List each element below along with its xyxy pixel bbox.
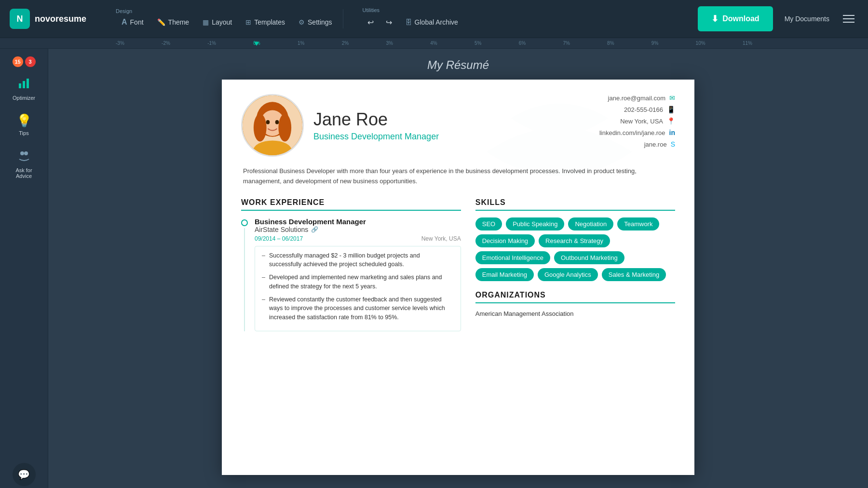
ruler: -3% -2% -1% 0% 1% 2% 3% 4% 5% 6% 7% 8% 9… bbox=[0, 38, 868, 49]
utilities-items: ↩ ↪ 🗄 Global Archive bbox=[363, 14, 464, 30]
settings-nav-item[interactable]: ⚙ Settings bbox=[293, 15, 338, 29]
skill-teamwork: Teamwork bbox=[617, 217, 659, 230]
advice-icon bbox=[17, 149, 31, 165]
font-icon: A bbox=[122, 18, 127, 27]
layout-label: Layout bbox=[212, 18, 232, 26]
settings-label: Settings bbox=[308, 18, 332, 26]
bullet-1: – Successfully managed $2 - 3 million bu… bbox=[262, 251, 454, 270]
bullet-text-1: Successfully managed $2 - 3 million budg… bbox=[269, 251, 454, 270]
ruler-mark-6: 6% bbox=[519, 41, 526, 46]
logo-icon: N bbox=[10, 9, 30, 29]
tips-icon: 💡 bbox=[16, 113, 32, 128]
svg-point-4 bbox=[24, 151, 28, 155]
sidebar-advice[interactable]: Ask for Advice bbox=[5, 145, 43, 183]
linkedin-row: linkedin.com/in/jane.roe in bbox=[599, 129, 675, 136]
skill-outbound-marketing: Outbound Marketing bbox=[554, 251, 624, 264]
top-nav: N novoresume Design A Font ✏️ Theme ▦ La… bbox=[0, 0, 868, 38]
ext-link-icon[interactable]: 🔗 bbox=[311, 226, 318, 233]
ruler-mark-0: 0% bbox=[253, 41, 260, 46]
redo-button[interactable]: ↪ bbox=[381, 14, 397, 30]
skype-row: jane.roe S bbox=[644, 140, 675, 148]
hamburger-line-1 bbox=[843, 15, 854, 16]
work-date: 09/2014 – 06/2017 bbox=[255, 235, 303, 242]
skill-negotiation: Negotiation bbox=[568, 217, 613, 230]
svg-rect-2 bbox=[27, 79, 29, 88]
resume-page-title: My Résumé bbox=[427, 58, 489, 72]
font-nav-item[interactable]: A Font bbox=[116, 15, 149, 29]
design-group: Design A Font ✏️ Theme ▦ Layout ⊞ Templa… bbox=[116, 8, 338, 29]
theme-icon: ✏️ bbox=[157, 18, 165, 26]
ruler-pointer bbox=[254, 42, 259, 46]
skype-text: jane.roe bbox=[644, 141, 667, 148]
resume-contact: jane.roe@gmail.com ✉ 202-555-0166 📱 New … bbox=[599, 94, 675, 148]
sidebar-optimizer[interactable]: Optimizer bbox=[5, 73, 43, 105]
my-documents-link[interactable]: My Documents bbox=[785, 15, 829, 23]
ruler-mark-neg2: -2% bbox=[162, 41, 170, 46]
templates-label: Templates bbox=[254, 18, 285, 26]
work-entry-1: Business Development Manager AirState So… bbox=[241, 217, 461, 331]
dash-3: – bbox=[262, 295, 265, 322]
sidebar-tips[interactable]: 💡 Tips bbox=[5, 109, 43, 140]
resume-document: Jane Roe Business Development Manager ja… bbox=[222, 80, 694, 475]
optimizer-label: Optimizer bbox=[13, 95, 35, 101]
layout-icon: ▦ bbox=[203, 18, 209, 26]
ruler-mark-4: 4% bbox=[430, 41, 437, 46]
hamburger-line-3 bbox=[843, 22, 854, 23]
sidebar: 15 3 Optimizer 💡 Tips bbox=[0, 49, 48, 488]
work-date-row: 09/2014 – 06/2017 New York, USA bbox=[255, 235, 461, 242]
skill-email-marketing: Email Marketing bbox=[475, 268, 534, 281]
layout-nav-item[interactable]: ▦ Layout bbox=[197, 15, 238, 29]
skill-public-speaking: Public Speaking bbox=[506, 217, 564, 230]
work-section-title: WORK EXPERIENCE bbox=[241, 198, 461, 211]
templates-nav-item[interactable]: ⊞ Templates bbox=[240, 15, 291, 29]
font-label: Font bbox=[130, 18, 144, 26]
ruler-mark-1: 1% bbox=[298, 41, 304, 46]
nav-separator-1 bbox=[343, 9, 343, 28]
work-job-title: Business Development Manager bbox=[255, 217, 461, 226]
download-icon: ⬇ bbox=[711, 14, 719, 24]
global-archive-button[interactable]: 🗄 Global Archive bbox=[399, 15, 464, 29]
orgs-section-title: ORGANIZATIONS bbox=[475, 291, 675, 303]
main-area: 15 3 Optimizer 💡 Tips bbox=[0, 49, 868, 488]
archive-label: Global Archive bbox=[415, 18, 458, 26]
templates-icon: ⊞ bbox=[245, 18, 251, 26]
email-icon: ✉ bbox=[669, 94, 675, 102]
phone-row: 202-555-0166 📱 bbox=[624, 106, 675, 113]
resume-name-area: Jane Roe Business Development Manager bbox=[313, 109, 439, 142]
skill-decision-making: Decision Making bbox=[475, 234, 535, 247]
svg-point-3 bbox=[20, 151, 24, 155]
company-name: AirState Solutions bbox=[255, 226, 308, 233]
hamburger-menu[interactable] bbox=[839, 11, 858, 27]
theme-label: Theme bbox=[168, 18, 190, 26]
archive-icon: 🗄 bbox=[405, 18, 412, 26]
ruler-mark-neg3: -3% bbox=[116, 41, 124, 46]
skills-grid: SEO Public Speaking Negotiation Teamwork… bbox=[475, 217, 675, 281]
ruler-mark-11: 11% bbox=[743, 41, 752, 46]
work-dot bbox=[241, 219, 248, 226]
settings-icon: ⚙ bbox=[298, 18, 305, 26]
dash-1: – bbox=[262, 251, 265, 270]
download-label: Download bbox=[722, 14, 759, 23]
chat-button[interactable]: 💬 bbox=[13, 463, 36, 486]
work-company: AirState Solutions 🔗 bbox=[255, 226, 461, 233]
work-content: Business Development Manager AirState So… bbox=[255, 217, 461, 331]
skill-sales-marketing: Sales & Marketing bbox=[602, 268, 666, 281]
svg-point-9 bbox=[278, 114, 291, 141]
bullet-text-3: Reviewed constantly the customer feedbac… bbox=[269, 295, 454, 322]
linkedin-icon: in bbox=[669, 129, 675, 136]
badge-15: 15 bbox=[13, 56, 23, 67]
download-button[interactable]: ⬇ Download bbox=[698, 6, 773, 31]
utilities-label: Utilities bbox=[363, 7, 380, 13]
theme-nav-item[interactable]: ✏️ Theme bbox=[151, 15, 195, 29]
ruler-inner: -3% -2% -1% 0% 1% 2% 3% 4% 5% 6% 7% 8% 9… bbox=[116, 41, 752, 46]
email-row: jane.roe@gmail.com ✉ bbox=[608, 94, 675, 102]
work-experience-section: WORK EXPERIENCE Business Development Man… bbox=[241, 198, 461, 339]
undo-button[interactable]: ↩ bbox=[363, 14, 379, 30]
svg-rect-0 bbox=[19, 83, 21, 88]
svg-point-12 bbox=[275, 120, 279, 124]
skype-icon: S bbox=[671, 140, 675, 148]
phone-icon: 📱 bbox=[667, 106, 675, 113]
logo-area: N novoresume bbox=[10, 9, 96, 29]
skill-emotional-intelligence: Emotional Intelligence bbox=[475, 251, 550, 264]
dash-2: – bbox=[262, 273, 265, 291]
